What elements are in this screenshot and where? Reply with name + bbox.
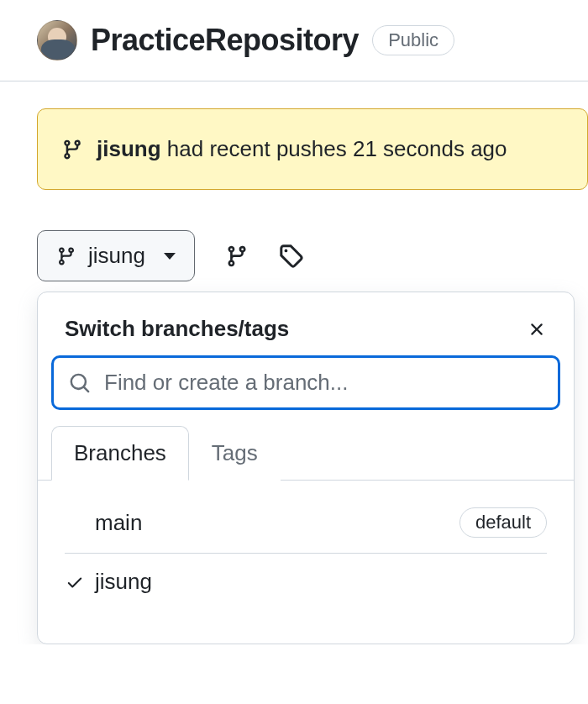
svg-point-0	[285, 249, 288, 252]
branch-selector-button[interactable]: jisung	[37, 230, 195, 281]
branch-selector-label: jisung	[88, 243, 145, 269]
tab-branches[interactable]: Branches	[51, 426, 189, 481]
repo-content: jisung had recent pushes 21 seconds ago …	[0, 81, 588, 644]
close-icon	[527, 319, 547, 339]
branch-list: main default jisung	[38, 481, 574, 644]
alert-text: jisung had recent pushes 21 seconds ago	[97, 136, 507, 162]
branch-switcher-popover: Switch branches/tags Branches Tags m	[37, 292, 575, 644]
branch-item-label: jisung	[95, 569, 547, 595]
alert-suffix: had recent pushes 21 seconds ago	[161, 136, 507, 161]
git-branch-icon	[56, 245, 76, 267]
repo-name[interactable]: PracticeRepository	[91, 23, 359, 58]
branches-link[interactable]	[225, 244, 249, 269]
popover-header: Switch branches/tags	[38, 292, 574, 355]
branch-item-main[interactable]: main default	[65, 492, 547, 554]
recent-push-alert: jisung had recent pushes 21 seconds ago	[37, 108, 588, 190]
owner-avatar[interactable]	[37, 20, 77, 60]
repo-header: PracticeRepository Public	[0, 0, 588, 81]
visibility-badge: Public	[372, 25, 454, 55]
tab-tags[interactable]: Tags	[189, 426, 281, 481]
search-box[interactable]	[51, 355, 560, 410]
git-branch-icon	[61, 138, 83, 161]
popover-title: Switch branches/tags	[65, 316, 289, 342]
search-wrap	[38, 355, 574, 425]
popover-tabs: Branches Tags	[38, 425, 574, 481]
branch-bar: jisung	[37, 230, 588, 281]
alert-branch-name: jisung	[97, 136, 161, 161]
default-badge: default	[459, 507, 547, 538]
check-icon	[65, 573, 85, 591]
branch-item-label: main	[95, 510, 449, 536]
branch-item-jisung[interactable]: jisung	[65, 554, 547, 610]
tags-link[interactable]	[279, 244, 304, 269]
caret-down-icon	[164, 253, 176, 260]
search-icon	[69, 372, 91, 394]
branch-search-input[interactable]	[104, 370, 543, 396]
close-button[interactable]	[527, 319, 547, 339]
